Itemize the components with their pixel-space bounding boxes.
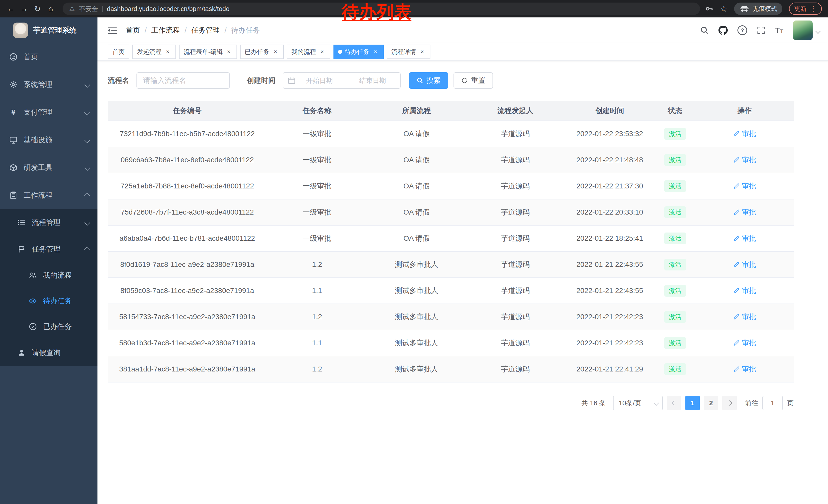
process-cell: OA 请假 <box>367 121 466 147</box>
page: ← → ↻ ⌂ ⚠ 不安全 dashboard.yudao.iocoder.cn… <box>0 0 828 504</box>
tab-done-tasks[interactable]: 已办任务 × <box>240 45 284 59</box>
starter-cell: 芋道源码 <box>466 225 565 251</box>
sidebar-item-dev-tools[interactable]: 研发工具 <box>0 154 97 182</box>
reset-button[interactable]: 重置 <box>454 72 493 89</box>
tab-start-process[interactable]: 发起流程 × <box>132 45 176 59</box>
app-title: 芋道管理系统 <box>33 26 76 35</box>
sidebar-item-my-process[interactable]: 我的流程 <box>0 263 97 288</box>
starter-cell: 芋道源码 <box>466 304 565 330</box>
menu-label: 流程管理 <box>32 218 60 227</box>
hamburger-icon[interactable] <box>108 27 117 34</box>
sidebar: 芋道管理系统 首页 系统管理 ¥ 支付管 <box>0 17 97 504</box>
close-icon[interactable]: × <box>164 48 171 55</box>
goto-page-input[interactable] <box>762 396 783 410</box>
approve-link[interactable]: 审批 <box>733 234 756 243</box>
sidebar-item-infrastructure[interactable]: 基础设施 <box>0 126 97 154</box>
goto-suffix: 页 <box>787 399 794 408</box>
home-icon[interactable]: ⌂ <box>44 2 57 15</box>
breadcrumb-item[interactable]: 工作流程 <box>151 26 180 35</box>
process-cell: 测试多审批人 <box>367 356 466 382</box>
sidebar-item-leave-query[interactable]: 请假查询 <box>0 339 97 366</box>
edit-icon <box>733 183 740 189</box>
task-name-cell: 1.1 <box>267 278 367 304</box>
process-cell: OA 请假 <box>367 225 466 251</box>
approve-link[interactable]: 审批 <box>733 338 756 348</box>
search-icon[interactable] <box>700 26 709 35</box>
close-icon[interactable]: × <box>372 48 379 55</box>
tab-process-detail[interactable]: 流程详情 × <box>387 45 430 59</box>
app-logo[interactable]: 芋道管理系统 <box>0 17 97 43</box>
action-cell: 审批 <box>696 330 794 356</box>
task-id-cell: 580e1b3d-7ac8-11ec-a9e2-a2380e71991a <box>108 330 267 356</box>
tab-my-process[interactable]: 我的流程 × <box>287 45 330 59</box>
tab-todo-tasks[interactable]: 待办任务 × <box>333 45 384 59</box>
date-range-picker[interactable]: 开始日期 - 结束日期 <box>283 72 401 89</box>
kebab-menu-icon[interactable]: ⋮ <box>810 5 817 13</box>
process-cell: 测试多审批人 <box>367 330 466 356</box>
chevron-up-icon <box>85 245 89 253</box>
approve-link[interactable]: 审批 <box>733 260 756 269</box>
sidebar-item-system-mgmt[interactable]: 系统管理 <box>0 71 97 98</box>
action-cell: 审批 <box>696 304 794 330</box>
approve-link[interactable]: 审批 <box>733 181 756 191</box>
warning-icon: ⚠ <box>69 5 75 12</box>
sidebar-item-workflow[interactable]: 工作流程 <box>0 182 97 209</box>
user-menu[interactable] <box>793 20 820 40</box>
sidebar-item-home[interactable]: 首页 <box>0 43 97 71</box>
breadcrumb-item[interactable]: 首页 <box>126 26 140 35</box>
tab-label: 流程详情 <box>391 48 416 56</box>
close-icon[interactable]: × <box>319 48 326 55</box>
prev-page-button[interactable] <box>667 396 681 410</box>
reload-icon[interactable]: ↻ <box>31 2 44 15</box>
process-cell: 测试多审批人 <box>367 278 466 304</box>
back-icon[interactable]: ← <box>4 2 17 15</box>
create-time-cell: 2022-01-21 22:43:55 <box>565 251 655 278</box>
github-icon[interactable] <box>718 26 728 35</box>
sidebar-item-process-mgmt[interactable]: 流程管理 <box>0 209 97 236</box>
approve-link[interactable]: 审批 <box>733 129 756 139</box>
approve-link[interactable]: 审批 <box>733 286 756 295</box>
key-icon[interactable] <box>705 5 713 13</box>
task-id-cell: 069c6a63-7b8a-11ec-8ef0-acde48001122 <box>108 147 267 173</box>
bookmark-star-icon[interactable]: ☆ <box>720 4 728 13</box>
close-icon[interactable]: × <box>419 48 426 55</box>
search-button[interactable]: 搜索 <box>409 72 448 89</box>
address-bar[interactable]: ⚠ 不安全 dashboard.yudao.iocoder.cn/bpm/tas… <box>63 3 700 15</box>
status-badge: 激活 <box>664 337 686 349</box>
page-button-1[interactable]: 1 <box>686 396 700 410</box>
approve-link[interactable]: 审批 <box>733 155 756 165</box>
breadcrumb-item[interactable]: 任务管理 <box>191 26 220 35</box>
tab-home[interactable]: 首页 <box>108 45 129 59</box>
task-id-cell: 73211d9d-7b9b-11ec-b5b7-acde48001122 <box>108 121 267 147</box>
fullscreen-icon[interactable] <box>757 26 765 34</box>
next-page-button[interactable] <box>722 396 737 410</box>
process-cell: OA 请假 <box>367 199 466 225</box>
page-button-2[interactable]: 2 <box>704 396 718 410</box>
sidebar-item-done-tasks[interactable]: 已办任务 <box>0 314 97 339</box>
sidebar-item-task-mgmt[interactable]: 任务管理 <box>0 236 97 263</box>
close-icon[interactable]: × <box>272 48 279 55</box>
help-icon[interactable]: ? <box>738 26 747 35</box>
tab-label: 首页 <box>112 48 125 56</box>
page-size-select[interactable]: 10条/页 <box>613 396 663 410</box>
font-size-icon[interactable]: TT <box>775 27 783 34</box>
action-cell: 审批 <box>696 356 794 382</box>
person-icon <box>17 349 26 357</box>
update-chrome-button[interactable]: 更新 ⋮ <box>789 3 822 15</box>
sidebar-item-todo-tasks[interactable]: 待办任务 <box>0 288 97 314</box>
sidebar-item-payment-mgmt[interactable]: ¥ 支付管理 <box>0 98 97 126</box>
gear-icon <box>9 81 17 89</box>
process-name-input[interactable] <box>136 72 230 89</box>
action-cell: 审批 <box>696 251 794 278</box>
status-cell: 激活 <box>655 251 696 278</box>
approve-link[interactable]: 审批 <box>733 208 756 217</box>
tab-process-form-edit[interactable]: 流程表单-编辑 × <box>179 45 237 59</box>
process-cell: OA 请假 <box>367 147 466 173</box>
approve-link[interactable]: 审批 <box>733 312 756 322</box>
page-content: 流程名 创建时间 开始日期 - 结束日期 <box>97 61 828 504</box>
approve-link[interactable]: 审批 <box>733 364 756 374</box>
close-icon[interactable]: × <box>225 48 233 55</box>
forward-icon[interactable]: → <box>17 2 31 15</box>
breadcrumb: 首页 / 工作流程 / 任务管理 / 待办任务 <box>126 26 260 35</box>
column-header: 状态 <box>655 101 696 121</box>
